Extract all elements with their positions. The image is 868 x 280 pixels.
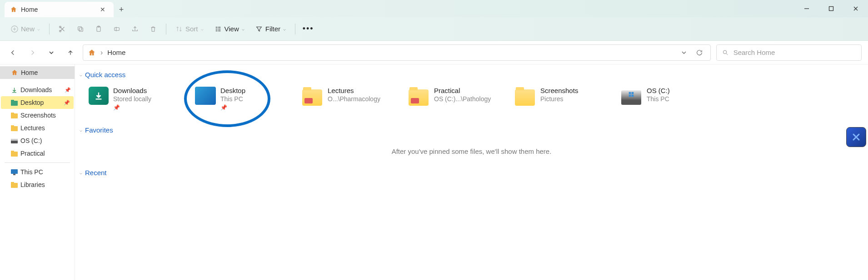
svg-rect-10 [78,26,82,30]
sidebar-item-label: This PC [20,168,43,176]
search-input[interactable] [733,49,856,56]
sidebar-item-os-c[interactable]: OS (C:) [0,134,75,147]
maximize-button[interactable] [819,0,843,17]
svg-rect-1 [829,7,833,11]
title-bar: Home ✕ + [0,0,868,17]
item-sub: Stored locally [113,95,151,103]
item-sub: Pictures [540,95,578,103]
sidebar-item-downloads[interactable]: Downloads 📌 [0,84,75,96]
more-button[interactable]: ••• [300,21,316,37]
close-window-button[interactable] [843,0,868,17]
svg-rect-31 [11,152,18,157]
view-button[interactable]: View ⌵ [210,21,249,37]
address-bar[interactable]: › Home [83,44,711,61]
copy-icon [77,25,84,33]
share-button[interactable] [127,21,143,37]
scissors-icon [58,25,66,33]
quick-access-practical[interactable]: Practical OS (C:)...\Pathology [405,84,511,113]
svg-rect-36 [11,182,14,183]
toolbar-separator [295,24,295,34]
view-label: View [224,25,239,33]
sidebar-item-label: OS (C:) [20,137,42,144]
pc-icon [11,169,18,175]
svg-rect-28 [11,125,14,127]
new-label: New [21,25,35,33]
drive-icon [620,87,642,108]
pin-icon: 📌 [64,100,70,106]
search-box[interactable] [716,44,862,61]
back-button[interactable] [6,46,20,59]
filter-button[interactable]: Filter ⌵ [251,21,290,37]
filter-label: Filter [265,25,280,33]
rename-icon [113,25,120,33]
refresh-button[interactable] [693,46,706,59]
chevron-down-icon: ⌵ [80,72,82,77]
pin-icon: 📌 [113,104,151,111]
item-sub: O...\Pharmacology [328,95,380,103]
delete-button[interactable] [145,21,161,37]
svg-rect-26 [11,113,14,114]
drive-icon [11,138,18,144]
paste-button[interactable] [90,21,107,37]
section-recent[interactable]: ⌵ Recent [80,169,866,177]
folder-icon [11,182,18,188]
chevron-down-icon: ⌵ [201,26,204,31]
sidebar-item-label: Lectures [20,124,45,132]
forward-button[interactable] [25,46,39,59]
folder-icon [11,113,18,118]
svg-rect-32 [11,151,14,152]
cut-button[interactable] [54,21,70,37]
sidebar-home[interactable]: Home [0,66,75,79]
sort-button[interactable]: Sort ⌵ [171,21,208,37]
rename-button[interactable] [109,21,125,37]
floating-app-icon[interactable] [846,127,866,147]
folder-icon [514,87,536,108]
sidebar-item-libraries[interactable]: Libraries [0,178,75,191]
sidebar-item-practical[interactable]: Practical [0,147,75,160]
sidebar-divider [5,162,70,163]
tab-home[interactable]: Home ✕ [5,2,114,17]
svg-rect-37 [629,92,631,94]
breadcrumb-location[interactable]: Home [107,49,125,56]
view-icon [215,25,222,33]
svg-rect-40 [632,95,634,97]
quick-access-os-c[interactable]: OS (C:) This PC [618,84,724,113]
quick-access-desktop[interactable]: Desktop This PC 📌 [192,84,299,113]
new-tab-button[interactable]: + [114,2,129,17]
section-title: Favorites [85,126,113,134]
svg-rect-15 [215,27,217,27]
svg-rect-20 [218,30,220,31]
item-sub: This PC [647,95,670,103]
item-name: Desktop [220,87,245,94]
folder-icon [408,87,429,108]
svg-line-22 [726,53,728,54]
copy-button[interactable] [72,21,89,37]
sidebar-item-desktop[interactable]: Desktop 📌 [1,96,74,109]
svg-rect-25 [11,113,18,118]
quick-access-screenshots[interactable]: Screenshots Pictures [511,84,618,113]
home-icon [10,6,17,13]
svg-rect-17 [215,30,217,31]
sidebar: Home Downloads 📌 Desktop 📌 Screenshots L… [0,64,75,280]
desktop-icon [195,87,216,105]
section-favorites[interactable]: ⌵ Favorites [80,126,866,134]
quick-access-lectures[interactable]: Lectures O...\Pharmacology [299,84,405,113]
close-tab-button[interactable]: ✕ [97,4,108,15]
section-quick-access[interactable]: ⌵ Quick access [80,71,866,79]
svg-rect-24 [11,100,14,101]
minimize-button[interactable] [794,0,819,17]
sidebar-item-lectures[interactable]: Lectures [0,122,75,134]
svg-rect-33 [11,169,18,174]
up-button[interactable] [64,46,77,59]
item-name: Downloads [113,87,151,94]
sidebar-item-screenshots[interactable]: Screenshots [0,109,75,122]
content-area: ⌵ Quick access Downloads Stored locally … [75,64,868,280]
pin-icon: 📌 [220,104,245,111]
quick-access-downloads[interactable]: Downloads Stored locally 📌 [86,84,192,113]
sidebar-item-this-pc[interactable]: This PC [0,166,75,178]
address-dropdown-button[interactable] [678,46,690,59]
filter-icon [255,25,263,33]
new-button[interactable]: New ⌵ [6,21,45,37]
svg-rect-34 [13,174,15,175]
recent-locations-button[interactable] [45,46,58,59]
